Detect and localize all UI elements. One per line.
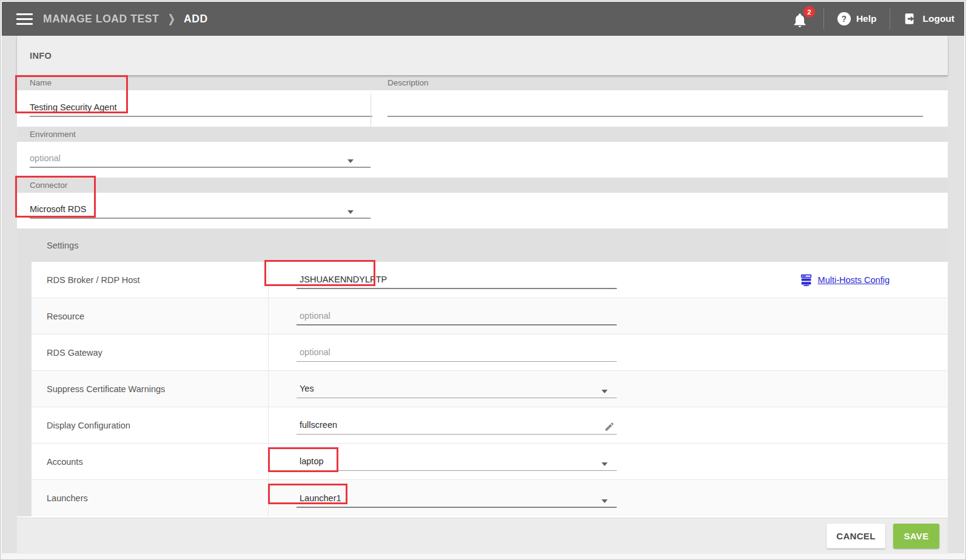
multi-hosts-config-link[interactable]: Multi-Hosts Config: [800, 262, 890, 298]
table-row-suppress-cert-warnings: Suppress Certificate Warnings Yes: [32, 371, 948, 407]
connector-input-row: Microsoft RDS: [17, 193, 948, 228]
breadcrumb-add: ADD: [184, 13, 208, 25]
display-configuration-underline: [297, 434, 617, 435]
notifications-button[interactable]: 2: [792, 9, 810, 28]
settings-section: Settings RDS Broker / RDP Host JSHUAKENN…: [17, 228, 948, 516]
name-input[interactable]: Testing Security Agent: [30, 102, 116, 112]
help-icon: ?: [837, 12, 851, 25]
environment-input-row: optional: [17, 142, 948, 178]
resource-label: Resource: [47, 298, 84, 334]
rds-gateway-input[interactable]: optional: [300, 347, 330, 357]
rds-gateway-label: RDS Gateway: [47, 335, 102, 370]
suppress-cert-warnings-label: Suppress Certificate Warnings: [47, 371, 165, 407]
launchers-label: Launchers: [47, 480, 88, 516]
description-input-underline: [387, 116, 923, 117]
resource-underline: [297, 324, 617, 325]
form-card: INFO Name Description Testing Security A…: [17, 36, 948, 554]
table-row-rds-broker: RDS Broker / RDP Host JSHUAKENNDYLPTP: [32, 262, 948, 298]
edit-pencil-icon[interactable]: [604, 421, 615, 432]
name-description-inputs-row: Testing Security Agent: [17, 90, 948, 127]
environment-underline: [30, 167, 371, 168]
chevron-down-icon[interactable]: [347, 159, 354, 163]
breadcrumb-manage-load-test[interactable]: MANAGE LOAD TEST: [43, 13, 159, 25]
table-row-accounts: Accounts laptop: [32, 444, 948, 480]
environment-field-label: Environment: [30, 130, 76, 139]
connector-field-label: Connector: [30, 181, 67, 190]
launchers-select[interactable]: Launcher1: [300, 493, 341, 503]
chevron-down-icon[interactable]: [602, 499, 608, 503]
chevron-down-icon[interactable]: [602, 462, 608, 466]
help-button[interactable]: ? Help: [837, 12, 877, 25]
app-window: MANAGE LOAD TEST ❯ ADD 2 ? Help: [0, 0, 966, 560]
description-field-label: Description: [387, 78, 429, 87]
connector-underline: [30, 218, 371, 219]
accounts-label: Accounts: [47, 444, 83, 479]
name-field-label: Name: [30, 78, 52, 87]
topbar-divider: [823, 8, 824, 29]
rds-broker-label: RDS Broker / RDP Host: [47, 262, 140, 298]
breadcrumb-chevron-icon: ❯: [167, 12, 175, 26]
connector-select[interactable]: Microsoft RDS: [30, 204, 86, 214]
suppress-cert-warnings-select[interactable]: Yes: [300, 384, 314, 393]
page-background: INFO Name Description Testing Security A…: [2, 36, 964, 553]
logout-label: Logout: [922, 13, 954, 24]
server-stack-icon: [800, 273, 813, 286]
topbar-actions: 2 ? Help Logout: [792, 8, 964, 29]
form-footer: CANCEL SAVE: [17, 518, 948, 554]
rds-gateway-underline: [297, 361, 617, 362]
cancel-button[interactable]: CANCEL: [827, 524, 885, 548]
column-divider: [371, 93, 371, 127]
info-section-title: INFO: [17, 36, 948, 75]
logout-icon: [904, 12, 917, 25]
notification-count-badge: 2: [803, 6, 815, 18]
name-description-label-bar: Name Description: [17, 75, 948, 90]
logout-button[interactable]: Logout: [904, 12, 954, 25]
breadcrumb: MANAGE LOAD TEST ❯ ADD: [43, 13, 208, 25]
table-row-launchers: Launchers Launcher1: [32, 480, 948, 516]
environment-select[interactable]: optional: [30, 153, 61, 163]
save-button[interactable]: SAVE: [893, 524, 939, 548]
hamburger-menu-icon[interactable]: [16, 13, 33, 25]
rds-broker-input[interactable]: JSHUAKENNDYLPTP: [300, 275, 387, 284]
name-input-underline: [30, 116, 372, 117]
resource-input[interactable]: optional: [300, 311, 330, 321]
rds-broker-underline: [297, 288, 617, 289]
environment-label-bar: Environment: [17, 127, 948, 142]
accounts-select[interactable]: laptop: [300, 456, 324, 466]
table-row-display-configuration: Display Configuration fullscreen: [32, 407, 948, 444]
help-label: Help: [856, 13, 877, 24]
top-bar: MANAGE LOAD TEST ❯ ADD 2 ? Help: [2, 2, 964, 36]
display-configuration-label: Display Configuration: [47, 407, 130, 443]
multi-hosts-config-label[interactable]: Multi-Hosts Config: [818, 275, 890, 285]
table-row-resource: Resource optional: [32, 298, 948, 335]
connector-label-bar: Connector: [17, 178, 948, 193]
launchers-underline: [297, 507, 617, 508]
table-row-rds-gateway: RDS Gateway optional: [32, 335, 948, 371]
chevron-down-icon[interactable]: [602, 390, 608, 393]
settings-table: RDS Broker / RDP Host JSHUAKENNDYLPTP: [32, 262, 948, 516]
display-configuration-input[interactable]: fullscreen: [300, 420, 337, 430]
chevron-down-icon[interactable]: [347, 210, 354, 214]
settings-section-title: Settings: [17, 228, 948, 262]
accounts-underline: [297, 470, 617, 471]
topbar-divider: [890, 8, 890, 29]
suppress-cert-warnings-underline: [297, 398, 617, 398]
